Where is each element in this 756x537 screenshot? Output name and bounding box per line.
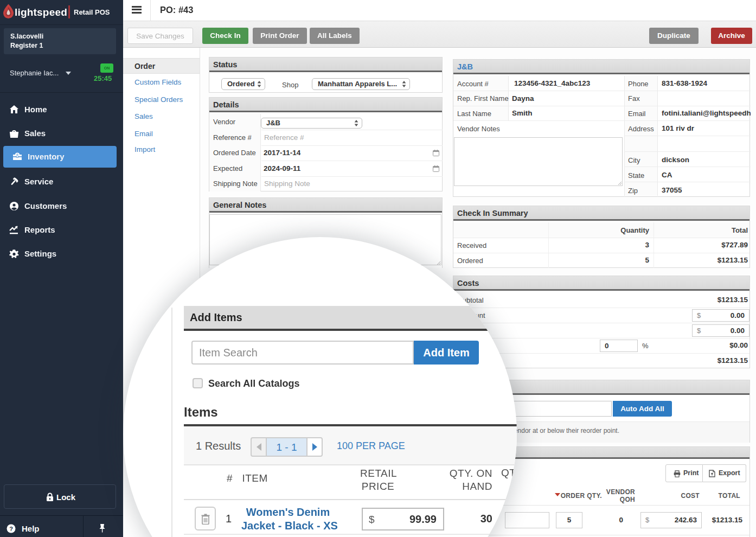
svg-text:?: ? [9, 526, 13, 532]
